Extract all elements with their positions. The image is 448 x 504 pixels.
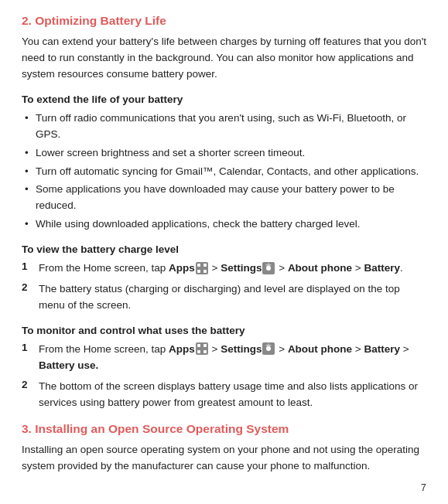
- gear-icon: [262, 342, 275, 355]
- bullet-item: Some applications you have downloaded ma…: [22, 182, 426, 214]
- section2-intro: You can extend your battery's life betwe…: [22, 34, 426, 83]
- monitor-steps: 1From the Home screen, tap Apps > Settin…: [22, 342, 426, 411]
- svg-rect-0: [197, 264, 200, 267]
- svg-rect-6: [203, 344, 207, 347]
- bullet-item: Turn off automatic syncing for Gmail™, C…: [22, 164, 426, 180]
- section3-heading: 3. Installing an Open Source Operating S…: [22, 422, 426, 436]
- svg-rect-3: [203, 270, 207, 273]
- view-heading: To view the battery charge level: [22, 243, 426, 255]
- step-text: The battery status (charging or discharg…: [39, 281, 426, 314]
- section2-heading: 2. Optimizing Battery Life: [22, 14, 426, 28]
- svg-rect-1: [203, 264, 207, 267]
- extend-bullet-list: Turn off radio communications that you a…: [22, 111, 426, 233]
- step-number: 1: [22, 342, 39, 353]
- step-number: 1: [22, 261, 39, 272]
- step-text: The bottom of the screen displays batter…: [39, 379, 426, 411]
- bullet-item: Turn off radio communications that you a…: [22, 111, 426, 143]
- section3-divider: 3. Installing an Open Source Operating S…: [22, 422, 426, 475]
- svg-rect-5: [197, 344, 200, 347]
- page-number: 7: [421, 482, 426, 493]
- apps-icon: [196, 342, 208, 355]
- step-text: From the Home screen, tap Apps > Setting…: [39, 342, 426, 374]
- step-row: 2The battery status (charging or dischar…: [22, 281, 426, 314]
- step-row: 1From the Home screen, tap Apps > Settin…: [22, 342, 426, 374]
- extend-heading: To extend the life of your battery: [22, 94, 426, 105]
- svg-rect-2: [197, 270, 200, 273]
- step-row: 2The bottom of the screen displays batte…: [22, 379, 426, 411]
- step-number: 2: [22, 281, 39, 293]
- svg-rect-8: [203, 350, 207, 353]
- bullet-item: Lower screen brightness and set a shorte…: [22, 145, 426, 162]
- step-row: 1From the Home screen, tap Apps > Settin…: [22, 261, 426, 277]
- gear-icon: [262, 262, 275, 274]
- apps-icon: [196, 262, 208, 274]
- bullet-item: While using downloaded applications, che…: [22, 216, 426, 233]
- step-number: 2: [22, 379, 39, 390]
- view-steps: 1From the Home screen, tap Apps > Settin…: [22, 261, 426, 314]
- section3-para: Installing an open source operating syst…: [22, 442, 426, 475]
- monitor-heading: To monitor and control what uses the bat…: [22, 325, 426, 336]
- step-text: From the Home screen, tap Apps > Setting…: [39, 261, 403, 277]
- svg-rect-7: [197, 350, 200, 353]
